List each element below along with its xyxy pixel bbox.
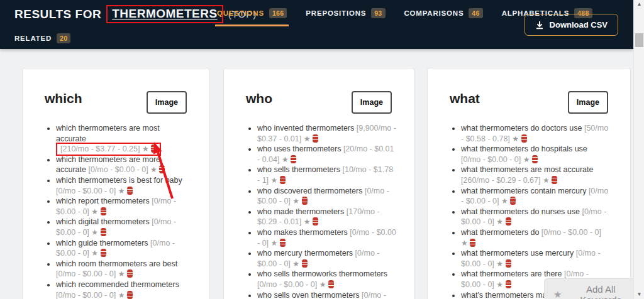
keyword-actions: ★ (523, 155, 538, 164)
star-icon[interactable]: ★ (304, 134, 311, 143)
star-icon[interactable]: ★ (142, 144, 149, 153)
keyword-actions: ★ (150, 165, 165, 174)
star-icon[interactable]: ★ (496, 217, 503, 226)
star-icon[interactable]: ★ (150, 165, 157, 174)
star-icon[interactable]: ★ (523, 155, 530, 164)
star-icon[interactable]: ★ (501, 197, 508, 205)
tab-label: PREPOSITIONS (306, 9, 366, 17)
keywords-database-icon[interactable] (313, 134, 318, 143)
keyword-list-item: which room thermometers are best [0/mo -… (56, 259, 182, 280)
keyword-metrics: [0/mo - $0.00 - 0] (88, 165, 148, 174)
keywords-database-icon[interactable] (127, 269, 133, 278)
scroll-down-icon[interactable]: ▼ (634, 290, 644, 299)
keywords-database-icon[interactable] (506, 259, 511, 268)
star-icon[interactable]: ★ (512, 134, 519, 143)
keywords-database-icon[interactable] (552, 176, 557, 184)
tab-questions[interactable]: QUESTIONS166 (217, 8, 287, 18)
tab-comparisons[interactable]: COMPARISONS46 (404, 8, 483, 18)
keyword-list-item: who sells oven thermometers [0/mo - $0.0… (257, 290, 396, 299)
keyword-list-item: what thermometers do doctors use [50/mo … (461, 123, 609, 144)
star-icon[interactable]: ★ (292, 197, 299, 205)
download-csv-button[interactable]: Download CSV (525, 14, 618, 36)
keywords-database-icon[interactable] (291, 155, 296, 163)
star-icon[interactable]: ★ (118, 269, 125, 278)
star-icon[interactable]: ★ (91, 228, 98, 237)
keywords-database-icon[interactable] (101, 207, 106, 215)
keyword-actions: ★ (142, 144, 157, 153)
keyword-list: who invented thermometers [9,900/mo - $0… (224, 123, 414, 299)
keywords-database-icon[interactable] (280, 176, 286, 184)
keyword-list-item: who makes thermometers [0/mo - $0.00 - 0… (257, 227, 396, 248)
card-what: what Image what thermometers do doctors … (427, 68, 631, 299)
keywords-database-icon[interactable] (328, 280, 334, 288)
keyword-text: what thermometers contain mercury (461, 187, 586, 195)
star-icon[interactable]: ★ (461, 239, 468, 247)
keywords-database-icon[interactable] (313, 217, 318, 226)
keyword-list-item: which digital thermometers [0/mo - $0.00… (56, 217, 182, 237)
keyword-text: who made thermometers (257, 207, 344, 216)
keywords-database-icon[interactable] (302, 197, 308, 205)
image-button[interactable]: Image (352, 91, 392, 114)
keywords-database-icon[interactable] (101, 228, 106, 236)
image-button[interactable]: Image (147, 91, 187, 114)
tab-related-label: RELATED (14, 35, 52, 42)
keyword-text: what thermometers do (461, 228, 539, 237)
star-icon[interactable]: ★ (91, 249, 98, 258)
star-icon[interactable]: ★ (91, 207, 98, 216)
star-icon[interactable]: ★ (319, 280, 326, 289)
keyword-actions: ★ (282, 155, 296, 164)
star-icon[interactable]: ★ (271, 176, 278, 185)
keywords-database-icon[interactable] (101, 249, 106, 257)
keyword-list-item: who sells thermometers [10/mo - $1.78 - … (257, 165, 396, 185)
keywords-database-icon[interactable] (159, 165, 165, 173)
keyword-text: which room thermometers are best (56, 259, 177, 268)
add-all-keywords-button[interactable]: ★ Add All Keywords (544, 278, 644, 299)
keyword-metrics: [260/mo - $0.29 - 0.67] (461, 176, 540, 185)
star-icon[interactable]: ★ (118, 187, 125, 195)
keywords-database-icon[interactable] (127, 187, 133, 195)
star-icon[interactable]: ★ (496, 259, 503, 268)
keywords-database-icon[interactable] (470, 239, 475, 247)
star-icon[interactable]: ★ (496, 280, 503, 289)
keyword-actions: ★ (501, 197, 516, 205)
keyword-actions: ★ (292, 197, 307, 205)
keyword-actions: ★ (271, 239, 286, 247)
vertical-scrollbar[interactable]: ▲ ▼ (633, 0, 644, 299)
keyword-text: which thermometers are most accurate (56, 124, 160, 143)
scrollbar-thumb[interactable] (635, 33, 643, 47)
tab-related[interactable]: RELATED 20 (14, 33, 70, 43)
keyword-list-item: who mercury thermometers [0/mo - $0.00 -… (257, 248, 396, 269)
star-icon[interactable]: ★ (282, 155, 289, 164)
star-icon[interactable]: ★ (304, 217, 311, 226)
star-icon[interactable]: ★ (271, 239, 278, 247)
keywords-database-icon[interactable] (506, 217, 511, 226)
keywords-database-icon[interactable] (280, 239, 286, 247)
related-count-badge: 20 (57, 33, 70, 43)
star-icon[interactable]: ★ (118, 291, 125, 299)
keyword-list-item: what thermometers use mercury [0/mo - $0… (461, 248, 609, 269)
tab-label: COMPARISONS (404, 9, 464, 17)
keywords-database-icon[interactable] (532, 155, 538, 163)
keyword-text: which guide thermometers (56, 239, 148, 247)
image-button[interactable]: Image (568, 91, 608, 114)
keyword-list: what thermometers do doctors use [50/mo … (428, 123, 630, 299)
keywords-database-icon[interactable] (510, 197, 516, 205)
keyword-list-item: what thermometers do nurses use [0/mo - … (461, 207, 609, 227)
add-all-keywords-label: Add All Keywords (567, 284, 635, 299)
keyword-text: who sells thermometers (257, 165, 340, 174)
keywords-database-icon[interactable] (302, 259, 308, 268)
keyword-actions: ★ (91, 228, 106, 237)
keyword-list-item: what thermometers do hospitals use [0/mo… (461, 144, 609, 165)
star-icon[interactable]: ★ (543, 176, 550, 185)
keywords-database-icon[interactable] (151, 144, 157, 153)
keywords-database-icon[interactable] (127, 291, 133, 299)
scroll-up-icon[interactable]: ▲ (634, 0, 644, 9)
keywords-database-icon[interactable] (506, 280, 511, 288)
keyword-list-item: what thermometers do [0/mo - $0.00 - 0] … (461, 227, 609, 248)
keywords-database-icon[interactable] (521, 134, 527, 143)
keyword-list-item: which thermometers is best for baby [0/m… (56, 175, 182, 196)
tab-prepositions[interactable]: PREPOSITIONS93 (306, 8, 385, 18)
keyword-text: who uses thermometers (257, 144, 341, 153)
star-icon[interactable]: ★ (292, 259, 299, 268)
keyword-text: which recommended thermometers (56, 280, 179, 289)
